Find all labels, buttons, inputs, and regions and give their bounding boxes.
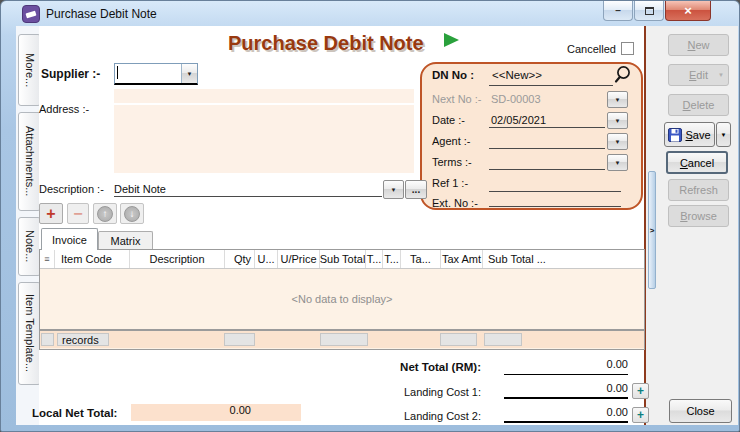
tab-invoice-label: Invoice <box>52 234 87 246</box>
panel-splitter[interactable]: > <box>648 171 656 289</box>
net-total-value: 0.00 <box>607 358 628 370</box>
page-title: Purchase Debit Note <box>228 32 424 55</box>
plus-icon: + <box>637 384 644 398</box>
landing-cost-2-add-button[interactable]: + <box>632 407 649 423</box>
tab-invoice[interactable]: Invoice <box>41 228 98 250</box>
save-dropdown-button[interactable]: ▼ <box>716 122 731 147</box>
subtotal-summary-cell <box>320 333 368 346</box>
ref1-label: Ref 1 :- <box>432 177 468 189</box>
purchase-debit-note-window: Purchase Debit Note – × More... Attachme… <box>0 0 740 432</box>
col-tax-amt[interactable]: Tax Amt <box>441 250 483 268</box>
qty-summary-cell <box>224 333 255 346</box>
local-net-total-box: 0.00 <box>131 404 301 421</box>
move-up-button[interactable]: ↑ <box>93 203 117 224</box>
next-no-label: Next No :- <box>432 93 482 105</box>
plus-icon: + <box>637 408 644 422</box>
col-ta[interactable]: Ta... <box>401 250 441 268</box>
subtotal-local-summary-cell <box>484 333 522 346</box>
sidebar-item-item-template-label: Item Template... <box>24 294 36 372</box>
cancel-button[interactable]: Cancel <box>666 151 728 174</box>
empty-text: <No data to display> <box>292 293 393 305</box>
sidebar-item-attachments[interactable]: Attachments... <box>18 112 41 211</box>
cancel-button-label: Cancel <box>680 157 714 169</box>
maximize-button[interactable] <box>634 1 664 21</box>
chevron-down-icon: ▼ <box>391 187 397 193</box>
date-dropdown-button[interactable]: ▼ <box>607 112 628 129</box>
move-down-button[interactable]: ↓ <box>120 203 144 224</box>
col-t2[interactable]: T... <box>383 250 401 268</box>
sidebar-item-attachments-label: Attachments... <box>24 126 36 196</box>
landing-cost-1-value: 0.00 <box>607 382 628 394</box>
grid-empty-body: <No data to display> <box>40 269 644 329</box>
landing-cost-1-add-button[interactable]: + <box>632 383 649 399</box>
description-underline <box>114 182 382 197</box>
records-cell: records <box>57 333 109 346</box>
delete-button-label: Delete <box>683 99 715 111</box>
next-no-dropdown-button[interactable]: ▼ <box>607 91 628 108</box>
chevron-down-icon: ▼ <box>615 160 621 166</box>
remove-row-button[interactable]: − <box>67 203 89 224</box>
col-sub-total[interactable]: Sub Total <box>320 250 366 268</box>
plus-icon: + <box>46 205 55 223</box>
grid-footer-row: records <box>40 329 644 348</box>
delete-button[interactable]: Delete <box>668 94 729 116</box>
landing-cost-1-field[interactable]: 0.00 <box>504 382 628 399</box>
save-button-label: Save <box>685 129 710 141</box>
sidebar-item-more[interactable]: More... <box>18 34 41 106</box>
terms-dropdown-button[interactable]: ▼ <box>607 154 628 171</box>
refresh-button[interactable]: Refresh <box>668 179 729 201</box>
address-box[interactable] <box>114 105 414 173</box>
description-more-button[interactable]: ... <box>405 180 427 199</box>
sidebar-item-item-template[interactable]: Item Template... <box>18 282 41 385</box>
landing-cost-2-label: Landing Cost 2: <box>399 410 481 422</box>
edit-button[interactable]: Edit ▼ <box>668 64 729 86</box>
tab-matrix[interactable]: Matrix <box>98 231 153 250</box>
minimize-icon: – <box>615 6 621 16</box>
save-button[interactable]: Save <box>664 122 715 147</box>
splitter-arrow-icon: > <box>650 226 655 235</box>
save-disk-icon <box>668 128 682 142</box>
dn-no-label: DN No : <box>432 69 474 81</box>
col-uom[interactable]: U... <box>255 250 278 268</box>
supplier-dropdown-button[interactable]: ▼ <box>181 64 197 83</box>
arrow-up-icon: ↑ <box>97 206 113 222</box>
green-arrow-icon <box>444 33 459 47</box>
next-no-value: SD-00003 <box>491 93 541 105</box>
landing-cost-2-field[interactable]: 0.00 <box>504 406 628 423</box>
cancelled-checkbox[interactable] <box>621 42 634 55</box>
items-grid: ≡ Item Code Description Qty U... U/Price… <box>39 249 645 350</box>
minus-icon: − <box>73 205 82 223</box>
col-description[interactable]: Description <box>130 250 225 268</box>
date-underline <box>489 113 605 128</box>
description-dropdown-button[interactable]: ▼ <box>383 180 404 199</box>
landing-cost-2-value: 0.00 <box>607 406 628 418</box>
search-icon[interactable] <box>612 64 633 85</box>
supplier-combobox[interactable]: ▼ <box>114 63 198 85</box>
sidebar-item-note[interactable]: Note... <box>18 217 41 276</box>
col-item-code[interactable]: Item Code <box>55 250 130 268</box>
app-icon-glyph <box>25 11 36 19</box>
chevron-down-icon: ▼ <box>615 139 621 145</box>
minimize-button[interactable]: – <box>603 1 633 21</box>
agent-dropdown-button[interactable]: ▼ <box>607 133 628 150</box>
new-button-label: New <box>687 39 709 51</box>
col-qty[interactable]: Qty <box>225 250 255 268</box>
local-net-total-label: Local Net Total: <box>32 407 117 419</box>
terms-underline <box>489 155 605 170</box>
net-total-field: 0.00 <box>504 358 628 375</box>
new-button[interactable]: New <box>668 34 729 56</box>
close-window-button[interactable]: × <box>665 1 711 21</box>
ref1-underline <box>489 177 621 192</box>
close-icon: × <box>684 4 692 17</box>
close-button[interactable]: Close <box>669 399 732 423</box>
browse-button[interactable]: Browse <box>668 205 729 227</box>
col-uprice[interactable]: U/Price <box>278 250 320 268</box>
dn-no-underline <box>489 69 613 86</box>
add-row-button[interactable]: + <box>39 203 63 224</box>
chevron-down-icon: ▼ <box>615 118 621 124</box>
ext-no-underline <box>489 192 621 207</box>
local-net-total-value: 0.00 <box>230 404 251 416</box>
edit-button-label: Edit <box>689 69 708 81</box>
col-t1[interactable]: T... <box>366 250 383 268</box>
col-sub-total-local[interactable]: Sub Total ... <box>483 250 644 268</box>
